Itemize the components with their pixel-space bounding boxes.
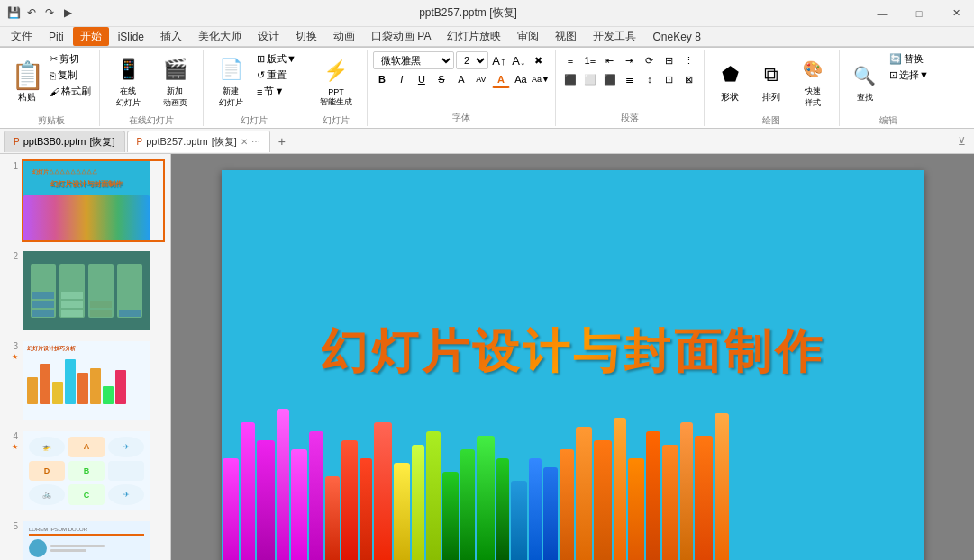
underline-btn[interactable]: U	[413, 70, 431, 88]
strikethrough-btn[interactable]: S	[432, 70, 451, 88]
menu-view[interactable]: 视图	[548, 27, 584, 46]
convert-to-smartart-btn[interactable]: ⊞	[660, 51, 678, 69]
menu-piti[interactable]: Piti	[41, 29, 71, 45]
slide-item-3[interactable]: 3 ★ 幻灯片设计技巧分析	[4, 338, 167, 424]
font-family-select[interactable]: 微软雅黑	[373, 51, 454, 69]
editing-label: 编辑	[879, 113, 897, 127]
font-row2: B I U S A AV A Aa Aa▼	[373, 70, 550, 88]
bullet-list-btn[interactable]: ≡	[561, 51, 579, 69]
col-btn[interactable]: ⋮	[680, 51, 698, 69]
menu-onekey[interactable]: OneKey 8	[645, 29, 707, 45]
add-tab-btn[interactable]: +	[272, 131, 292, 151]
slide-item-2[interactable]: 2	[4, 248, 167, 334]
ppt-gen-group: ⚡ PPT智能生成 幻灯片	[305, 50, 368, 126]
menu-transition[interactable]: 切换	[288, 27, 324, 46]
line-spacing-btn[interactable]: ↕	[641, 70, 659, 88]
reset-icon: ↺	[257, 69, 265, 81]
font-increase-btn[interactable]: A↑	[490, 51, 508, 69]
smart-art-btn[interactable]: ⊠	[680, 70, 698, 88]
replace-button[interactable]: 🔄 替换	[887, 51, 932, 67]
tab-overflow-btn[interactable]: ⊻	[952, 132, 970, 150]
cut-button[interactable]: ✂ 剪切	[47, 51, 94, 67]
layout-button[interactable]: ⊞ 版式▼	[254, 51, 299, 67]
slide-thumb-4[interactable]: 🚁 A ✈ D B 🚲 C ✈	[22, 429, 165, 512]
menu-review[interactable]: 审阅	[510, 27, 546, 46]
clear-format-btn[interactable]: ✖	[530, 51, 548, 69]
number-list-btn[interactable]: 1≡	[581, 51, 599, 69]
slide-item-4[interactable]: 4 ★ 🚁 A ✈ D B 🚲 C ✈	[4, 428, 167, 514]
title-bar: 💾 ↶ ↷ ▶ pptB257.pptm [恢复] — □ ✕	[0, 0, 974, 27]
slide-num-5: 5	[5, 519, 18, 531]
tab-pptb3b0[interactable]: P pptB3B0.pptm [恢复]	[4, 131, 125, 152]
shadow-btn[interactable]: A	[452, 70, 470, 88]
align-right-btn[interactable]: ⬛	[601, 70, 619, 88]
menu-start[interactable]: 开始	[73, 27, 109, 46]
increase-indent-btn[interactable]: ⇥	[621, 51, 639, 69]
undo-btn[interactable]: ↶	[23, 5, 40, 21]
text-direction-btn[interactable]: ⟳	[641, 51, 659, 69]
slide-thumb-1[interactable]: 幻灯片设计与封面制作 幻灯片△△△△△△△△△	[22, 159, 165, 242]
menu-design[interactable]: 设计	[250, 27, 287, 46]
menu-islide[interactable]: iSlide	[111, 29, 151, 45]
menu-devtools[interactable]: 开发工具	[586, 27, 643, 46]
justify-btn[interactable]: ≣	[621, 70, 639, 88]
clipboard-items: 📋 粘贴 ✂ 剪切 ⎘ 复制 🖌 格式刷	[9, 51, 94, 113]
new-anim-button[interactable]: 🎬 新加动画页	[152, 51, 197, 113]
tab-pptb257[interactable]: P pptB257.pptm [恢复] ✕ ⋯	[127, 131, 270, 152]
align-left-btn[interactable]: ⬛	[561, 70, 579, 88]
paste-button[interactable]: 📋 粘贴	[9, 51, 45, 113]
shape-button[interactable]: ⬟ 形状	[710, 51, 750, 113]
italic-btn[interactable]: I	[393, 70, 411, 88]
slide-item-1[interactable]: 1 幻灯片设计与封面制作 幻灯片△△△△△△△△△	[4, 158, 167, 244]
reset-button[interactable]: ↺ 重置	[254, 68, 299, 83]
slide-thumb-3[interactable]: 幻灯片设计技巧分析	[22, 339, 165, 422]
quick-style-button[interactable]: 🎨 快速样式	[793, 51, 833, 113]
menu-animation[interactable]: 动画	[326, 27, 362, 46]
font-color-btn[interactable]: A	[492, 70, 510, 88]
slide-num-4: 4 ★	[5, 429, 18, 451]
bold-btn[interactable]: B	[373, 70, 391, 88]
editing-items: 🔍 查找 🔄 替换 ⊡ 选择▼	[845, 51, 932, 113]
slide-item-5[interactable]: 5 LOREM IPSUM DOLOR	[4, 518, 167, 560]
canvas-area: 幻灯片设计与封面制作	[171, 154, 974, 560]
menu-slideshow[interactable]: 幻灯片放映	[440, 27, 508, 46]
copy-button[interactable]: ⎘ 复制	[47, 68, 94, 83]
menu-file[interactable]: 文件	[4, 27, 40, 46]
select-button[interactable]: ⊡ 选择▼	[887, 68, 932, 83]
slide-thumb-2[interactable]	[22, 249, 165, 332]
font-size-select[interactable]: 24	[456, 51, 488, 69]
redo-btn[interactable]: ↷	[41, 5, 58, 21]
format-painter-button[interactable]: 🖌 格式刷	[47, 84, 94, 99]
minimize-btn[interactable]: —	[864, 4, 900, 23]
font-decrease-btn[interactable]: A↓	[510, 51, 528, 69]
menu-pocket-anim[interactable]: 口袋动画 PA	[364, 27, 438, 46]
menu-insert[interactable]: 插入	[153, 27, 189, 46]
section-button[interactable]: ≡ 节▼	[254, 84, 299, 99]
ribbon-content: 📋 粘贴 ✂ 剪切 ⎘ 复制 🖌 格式刷	[0, 47, 974, 128]
copy-icon: ⎘	[50, 70, 56, 81]
present-btn[interactable]: ▶	[59, 5, 76, 21]
slide-num-2: 2	[5, 249, 18, 261]
align-center-btn[interactable]: ⬜	[581, 70, 599, 88]
decrease-indent-btn[interactable]: ⇤	[601, 51, 619, 69]
tab-close-btn[interactable]: ✕	[241, 137, 248, 147]
slide-title[interactable]: 幻灯片设计与封面制作	[321, 321, 825, 384]
tab-menu-icon[interactable]: ⋯	[251, 137, 260, 147]
font-aa-btn[interactable]: Aa▼	[532, 70, 550, 88]
slide-small-btns: ⊞ 版式▼ ↺ 重置 ≡ 节▼	[254, 51, 299, 99]
char-spacing-btn[interactable]: AV	[472, 70, 490, 88]
new-slide-button[interactable]: 📄 新建幻灯片	[209, 51, 252, 113]
ppt-gen-button[interactable]: ⚡ PPT智能生成	[311, 51, 361, 113]
arrange-button[interactable]: ⧉ 排列	[751, 51, 791, 113]
maximize-btn[interactable]: □	[901, 4, 937, 23]
font-highlight-btn[interactable]: Aa	[512, 70, 530, 88]
save-btn[interactable]: 💾	[5, 5, 22, 21]
close-btn[interactable]: ✕	[938, 4, 974, 23]
find-button[interactable]: 🔍 查找	[845, 51, 885, 113]
align-text-btn[interactable]: ⊡	[660, 70, 678, 88]
layout-icon: ⊞	[257, 53, 265, 65]
online-slide-button[interactable]: 📱 在线幻灯片	[105, 51, 150, 113]
editing-small-btns: 🔄 替换 ⊡ 选择▼	[887, 51, 932, 83]
menu-beautify[interactable]: 美化大师	[191, 27, 249, 46]
slide-thumb-5[interactable]: LOREM IPSUM DOLOR	[22, 519, 165, 560]
